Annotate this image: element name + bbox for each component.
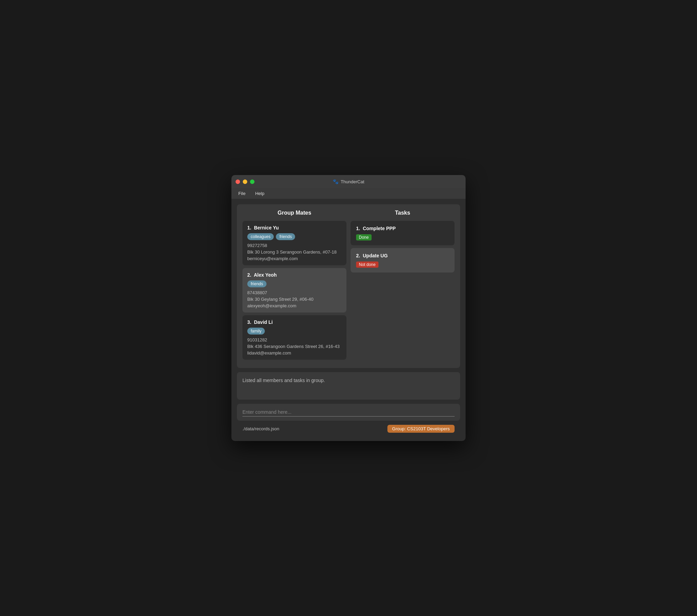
tasks-header: Tasks — [351, 210, 455, 216]
columns-container: Group Mates 1. Bernice Yu colleagues fri… — [237, 204, 460, 368]
output-text: Listed all members and tasks in group. — [242, 378, 455, 383]
contact-card-1[interactable]: 1. Bernice Yu colleagues friends 9927275… — [242, 221, 346, 265]
tag-family: family — [247, 328, 265, 335]
contact-address-2: Blk 30 Geylang Street 29, #06-40 — [247, 297, 342, 302]
title-icon: 🐾 — [333, 179, 339, 184]
window-title: 🐾 ThunderCat — [333, 179, 364, 184]
contact-email-1: berniceyu@example.com — [247, 256, 342, 261]
command-input[interactable] — [242, 408, 455, 417]
task-name-2: 2. Update UG — [356, 253, 449, 258]
contact-card-3[interactable]: 3. David Li family 91031282 Blk 436 Sera… — [242, 315, 346, 360]
status-group-label: Group: CS2103T Developers — [387, 425, 455, 433]
contact-tags-2: friends — [247, 280, 342, 287]
task-card-2[interactable]: 2. Update UG Not done — [351, 248, 455, 273]
menu-bar: File Help — [231, 188, 466, 199]
close-button[interactable] — [236, 179, 240, 184]
contact-phone-3: 91031282 — [247, 337, 342, 342]
group-mates-header: Group Mates — [242, 210, 346, 216]
tasks-column: Tasks 1. Complete PPP Done 2. Update UG … — [351, 210, 455, 362]
output-area: Listed all members and tasks in group. — [237, 372, 460, 400]
menu-file[interactable]: File — [237, 190, 247, 197]
title-bar: 🐾 ThunderCat — [231, 175, 466, 188]
main-content: Group Mates 1. Bernice Yu colleagues fri… — [231, 199, 466, 441]
contact-email-2: alexyeoh@example.com — [247, 303, 342, 308]
contact-phone-2: 87438807 — [247, 290, 342, 295]
contact-name-3: 3. David Li — [247, 319, 342, 325]
status-file-path: ./data/records.json — [242, 426, 279, 431]
menu-help[interactable]: Help — [254, 190, 266, 197]
contact-phone-1: 99272758 — [247, 243, 342, 248]
tag-friends: friends — [276, 233, 295, 240]
minimize-button[interactable] — [243, 179, 247, 184]
command-area — [237, 404, 460, 421]
maximize-button[interactable] — [250, 179, 254, 184]
contact-email-3: lidavid@example.com — [247, 350, 342, 356]
contact-tags-1: colleagues friends — [247, 233, 342, 240]
contact-card-2[interactable]: 2. Alex Yeoh friends 87438807 Blk 30 Gey… — [242, 268, 346, 312]
tag-friends-2: friends — [247, 280, 267, 287]
contact-address-3: Blk 436 Serangoon Gardens Street 26, #16… — [247, 344, 342, 349]
status-badge-done: Done — [356, 234, 372, 240]
task-name-1: 1. Complete PPP — [356, 226, 449, 231]
task-card-1[interactable]: 1. Complete PPP Done — [351, 221, 455, 245]
contact-tags-3: family — [247, 328, 342, 335]
group-mates-column: Group Mates 1. Bernice Yu colleagues fri… — [242, 210, 346, 362]
app-window: 🐾 ThunderCat File Help Group Mates 1. Be… — [231, 175, 466, 441]
traffic-lights — [236, 179, 254, 184]
status-bar: ./data/records.json Group: CS2103T Devel… — [237, 422, 460, 435]
contact-address-1: Blk 30 Lorong 3 Serangoon Gardens, #07-1… — [247, 249, 342, 255]
title-text: ThunderCat — [341, 179, 364, 184]
contact-name-2: 2. Alex Yeoh — [247, 272, 342, 278]
status-badge-not-done: Not done — [356, 261, 378, 268]
contact-name-1: 1. Bernice Yu — [247, 225, 342, 230]
tag-colleagues: colleagues — [247, 233, 274, 240]
